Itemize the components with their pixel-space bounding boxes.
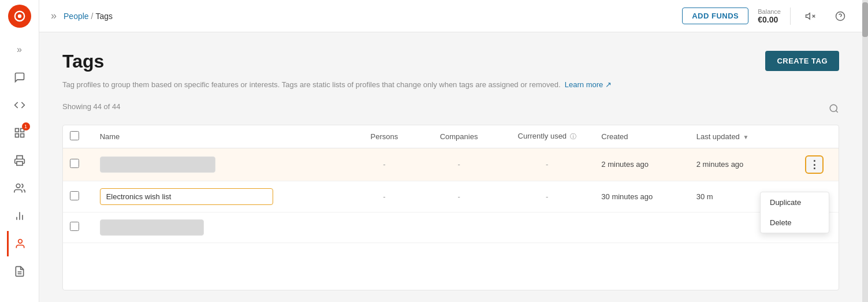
showing-label: Showing 44 of 44 — [62, 102, 120, 111]
col-header-companies: Companies — [440, 132, 478, 141]
main-area: » People / Tags ADD FUNDS Balance €0.00 … — [39, 0, 862, 302]
add-funds-button[interactable]: ADD FUNDS — [682, 8, 748, 24]
topbar-divider — [790, 8, 791, 25]
col-header-last-updated: Last updated — [696, 132, 740, 141]
scrollbar-thumb[interactable] — [862, 2, 868, 37]
row-2-checkbox[interactable] — [70, 191, 79, 200]
row-1-persons: - — [357, 160, 411, 169]
context-menu-duplicate[interactable]: Duplicate — [761, 192, 829, 212]
svg-rect-6 — [17, 162, 23, 166]
page-title: Tags — [62, 51, 104, 72]
sidebar-item-reports[interactable]: 1 — [7, 120, 32, 146]
row-2-persons: - — [357, 192, 411, 201]
sidebar-item-code[interactable] — [7, 92, 32, 118]
topbar-expand-icon[interactable]: » — [51, 10, 57, 22]
sidebar-expand[interactable]: » — [7, 37, 32, 62]
sidebar-item-notes[interactable] — [7, 259, 32, 284]
context-menu-delete[interactable]: Delete — [761, 212, 829, 233]
app-logo[interactable] — [8, 5, 31, 28]
content-area: Tags CREATE TAG Tag profiles to group th… — [39, 32, 862, 302]
sidebar-item-analytics[interactable] — [7, 203, 32, 229]
mute-icon-btn[interactable] — [800, 6, 821, 27]
sidebar: » 1 — [0, 0, 39, 302]
row-1-name[interactable] — [100, 156, 215, 173]
row-2-currently-used: - — [506, 192, 587, 201]
row-1-checkbox[interactable] — [70, 159, 79, 168]
svg-rect-2 — [15, 129, 18, 132]
topbar-right: ADD FUNDS Balance €0.00 — [682, 6, 851, 27]
sidebar-item-chat[interactable] — [7, 65, 32, 90]
breadcrumb: People / Tags — [64, 12, 113, 21]
last-updated-sort-icon[interactable]: ▼ — [743, 134, 748, 140]
svg-rect-4 — [20, 134, 24, 137]
svg-point-11 — [18, 240, 23, 244]
balance-label: Balance — [758, 8, 781, 15]
balance-display: Balance €0.00 — [758, 8, 781, 24]
row-2-created: 30 minutes ago — [601, 192, 653, 201]
svg-point-1 — [17, 14, 21, 18]
sidebar-item-print[interactable] — [7, 148, 32, 173]
col-header-currently-used: Currently used — [518, 132, 567, 140]
col-header-created: Created — [601, 132, 628, 141]
row-2-last-updated: 30 m — [696, 192, 713, 201]
learn-more-link[interactable]: Learn more ↗ — [565, 80, 612, 89]
breadcrumb-people-link[interactable]: People — [64, 12, 89, 21]
row-1-last-updated: 2 minutes ago — [696, 160, 744, 169]
context-menu: Duplicate Delete — [760, 192, 829, 233]
svg-rect-5 — [15, 134, 18, 137]
row-1-companies: - — [425, 160, 493, 169]
create-tag-button[interactable]: CREATE TAG — [765, 51, 839, 71]
table-row: Electronics wish list - - - 30 minutes a… — [63, 181, 839, 212]
breadcrumb-separator: / — [91, 12, 94, 21]
svg-marker-14 — [806, 13, 810, 19]
page-scrollbar[interactable] — [862, 0, 868, 302]
sidebar-item-people[interactable] — [7, 231, 32, 256]
select-all-checkbox[interactable] — [70, 131, 79, 140]
reports-badge: 1 — [22, 122, 30, 131]
col-header-name: Name — [100, 132, 120, 141]
page-description: Tag profiles to group them based on spec… — [62, 79, 839, 91]
help-icon-btn[interactable] — [830, 6, 851, 27]
table-search-icon[interactable] — [829, 103, 839, 116]
table-row: - - - 2 minutes ago 2 minutes ago ⋮ — [63, 148, 839, 181]
row-2-companies: - — [425, 192, 493, 201]
three-dots-icon: ⋮ — [809, 158, 819, 171]
page-header: Tags CREATE TAG — [62, 51, 839, 72]
svg-point-19 — [830, 105, 837, 111]
sidebar-item-team[interactable] — [7, 176, 32, 201]
col-header-persons: Persons — [371, 132, 398, 141]
svg-line-20 — [836, 110, 837, 112]
balance-value: €0.00 — [758, 15, 778, 24]
row-1-actions-button[interactable]: ⋮ — [805, 155, 824, 174]
tags-table: Name Persons Companies Currently used ⓘ … — [62, 125, 839, 291]
breadcrumb-current: Tags — [96, 12, 113, 21]
table-row — [63, 212, 839, 243]
row-1-currently-used: - — [506, 160, 587, 169]
currently-used-info-icon[interactable]: ⓘ — [570, 133, 576, 140]
topbar: » People / Tags ADD FUNDS Balance €0.00 — [39, 0, 862, 32]
row-2-name[interactable]: Electronics wish list — [100, 188, 273, 205]
row-3-name[interactable] — [100, 219, 204, 236]
row-3-checkbox[interactable] — [70, 222, 79, 231]
svg-point-7 — [16, 184, 20, 188]
row-1-created: 2 minutes ago — [601, 160, 649, 169]
